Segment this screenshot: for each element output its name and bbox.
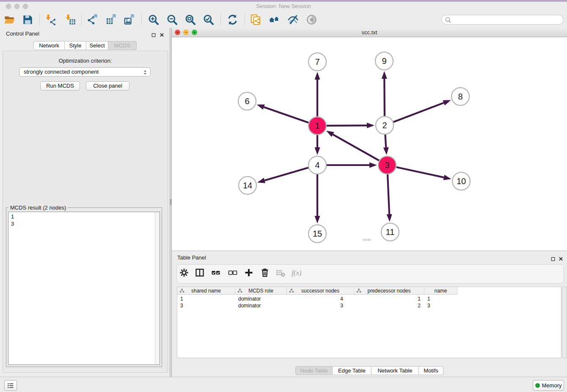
edge-2-9[interactable] (382, 71, 387, 116)
memory-button[interactable]: Memory (533, 380, 564, 391)
table-cell[interactable]: 3 (424, 302, 457, 309)
zoom-in-button[interactable] (146, 13, 160, 26)
node-label: 11 (386, 227, 395, 237)
add-column-button[interactable] (242, 267, 255, 280)
node-2[interactable]: 2 (376, 116, 394, 134)
mcds-result-node: 1 (11, 213, 160, 220)
home-networks-icon (269, 14, 280, 25)
node-3[interactable]: 3 (378, 156, 396, 174)
save-session-button[interactable] (21, 13, 34, 26)
table-cell[interactable]: 1 (424, 295, 457, 302)
table-cell[interactable]: dominator (235, 295, 287, 302)
table-cell[interactable]: 1 (354, 295, 424, 302)
table-mode-button[interactable] (178, 267, 190, 280)
edge-4-3[interactable] (327, 163, 377, 168)
window-titlebar[interactable]: Session: New Session (0, 2, 567, 11)
apply-layout-button[interactable] (226, 13, 239, 26)
import-table-button[interactable] (63, 13, 77, 26)
export-network-button[interactable] (85, 13, 99, 26)
node-14[interactable]: 14 (239, 177, 256, 194)
edge-3-11[interactable] (387, 174, 392, 222)
home-networks-button[interactable] (267, 13, 281, 26)
search-input[interactable] (451, 16, 563, 24)
tab-node-table[interactable]: Node Table (295, 366, 333, 375)
network-canvas[interactable]: 7968124314101511 (172, 37, 567, 251)
divider-grip[interactable] (170, 199, 171, 205)
edge-1-2[interactable] (327, 123, 374, 128)
hide-selected-button[interactable] (286, 13, 300, 26)
open-session-button[interactable] (3, 13, 16, 26)
node-11[interactable]: 11 (381, 223, 399, 241)
export-image-button[interactable] (122, 13, 136, 26)
node-9[interactable]: 9 (375, 52, 393, 70)
zoom-fit-button[interactable] (183, 13, 197, 26)
column-header-shared-name[interactable]: shared name (177, 287, 235, 295)
deselect-all-button[interactable] (226, 267, 239, 280)
column-header-successor-nodes[interactable]: successor nodes (287, 287, 354, 295)
float-table-panel-icon[interactable] (551, 255, 555, 263)
zoom-out-button[interactable] (165, 13, 179, 26)
search-box[interactable] (441, 15, 564, 25)
edge-1-7[interactable] (315, 72, 320, 116)
edge-3-1[interactable] (326, 131, 379, 160)
close-table-panel-icon[interactable] (559, 255, 563, 263)
delete-table-icon (275, 268, 286, 279)
table-cell[interactable]: dominator (235, 302, 287, 309)
tab-motifs[interactable]: Motifs (419, 366, 443, 375)
zoom-selected-button[interactable] (201, 13, 215, 26)
table-cell[interactable]: 1 (177, 295, 235, 302)
close-panel-icon[interactable] (160, 31, 164, 39)
node-8[interactable]: 8 (451, 88, 469, 105)
node-4[interactable]: 4 (308, 156, 326, 174)
edge-2-8[interactable] (394, 100, 451, 122)
table-cell[interactable]: 3 (287, 302, 354, 309)
mcds-result-group: MCDS result (2 nodes) 13 (6, 207, 162, 367)
tab-network-table[interactable]: Network Table (372, 366, 419, 375)
node-label: 3 (385, 160, 389, 170)
column-label: name (424, 288, 457, 294)
node-10[interactable]: 10 (452, 172, 470, 190)
node-15[interactable]: 15 (308, 225, 326, 243)
table-cell[interactable]: 2 (354, 302, 424, 309)
node-6[interactable]: 6 (238, 92, 256, 110)
network-window-titlebar[interactable]: scc.txt (172, 28, 567, 37)
list-icon (7, 382, 14, 389)
select-all-button[interactable] (209, 267, 222, 280)
table-cell[interactable]: 4 (287, 295, 354, 302)
node-table: shared nameMCDS rolesuccessor nodesprede… (177, 287, 561, 358)
table-scrollbar[interactable] (562, 287, 567, 358)
edge-3-10[interactable] (396, 167, 451, 180)
show-columns-button[interactable] (193, 267, 206, 280)
edge-1-6[interactable] (257, 105, 309, 123)
node-1[interactable]: 1 (308, 117, 326, 135)
tab-network[interactable]: Network (33, 41, 65, 50)
save-session-icon (22, 14, 33, 25)
tab-edge-table[interactable]: Edge Table (333, 366, 372, 375)
column-header-predecessor-nodes[interactable]: predecessor nodes (354, 287, 424, 295)
column-header-name[interactable]: name (424, 287, 457, 295)
edge-1-4[interactable] (315, 135, 320, 155)
tab-select[interactable]: Select (86, 41, 108, 50)
task-history-button[interactable] (4, 380, 17, 391)
mcds-result-textarea[interactable]: 13 (8, 212, 160, 365)
export-table-button[interactable] (104, 13, 118, 26)
edge-4-15[interactable] (315, 174, 320, 224)
close-panel-button[interactable]: Close panel (86, 81, 129, 91)
tab-style[interactable]: Style (65, 41, 86, 50)
import-network-button[interactable] (43, 13, 57, 26)
criterion-select[interactable]: strongly connected component (19, 67, 151, 77)
column-label: shared name (177, 288, 235, 294)
table-cell[interactable]: 3 (177, 302, 235, 309)
duplicate-network-button[interactable] (249, 13, 262, 26)
delete-column-button[interactable] (259, 267, 271, 280)
column-header-MCDS-role[interactable]: MCDS role (235, 287, 287, 295)
result-scrollbar[interactable] (155, 212, 160, 364)
run-mcds-button[interactable]: Run MCDS (40, 81, 80, 91)
tab-mcds[interactable]: MCDS (108, 41, 137, 50)
network-resize-grip[interactable] (363, 239, 371, 241)
float-panel-icon[interactable] (151, 31, 156, 39)
edge-2-3[interactable] (383, 135, 389, 155)
node-7[interactable]: 7 (308, 53, 326, 71)
node-label: 15 (313, 229, 322, 238)
edge-4-14[interactable] (257, 168, 308, 183)
